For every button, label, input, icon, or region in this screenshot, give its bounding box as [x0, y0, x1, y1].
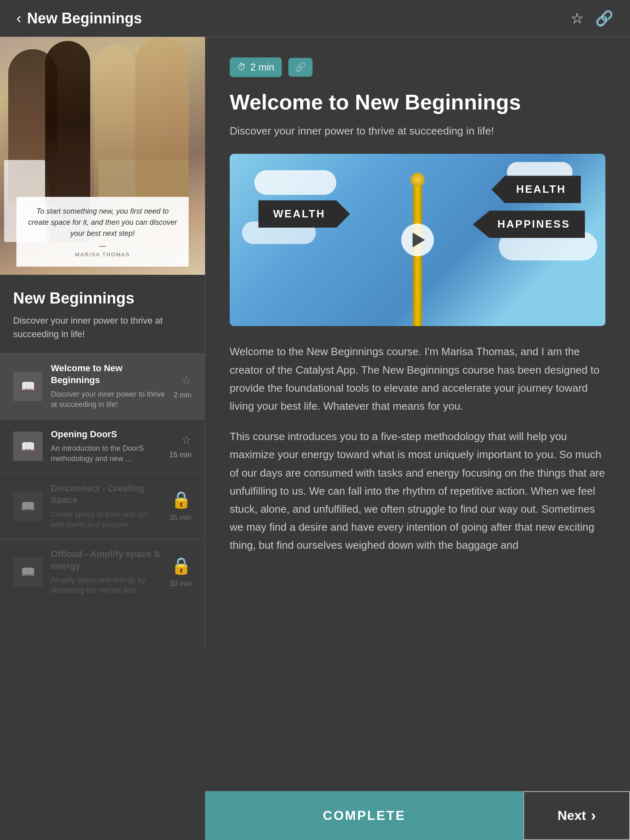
back-button[interactable]: ‹ [16, 10, 21, 27]
time-tag: ⏱ 2 min [230, 57, 282, 77]
header-title: New Beginnings [27, 10, 142, 27]
link-tag[interactable]: 🔗 [288, 58, 313, 77]
content-subtitle: Discover your inner power to thrive at s… [230, 123, 605, 139]
lesson-right: ☆ 15 min [169, 433, 192, 459]
lesson-info: Welcome to New Beginnings Discover your … [51, 363, 165, 410]
list-item[interactable]: 📖 Opening DoorS An introduction to the D… [0, 419, 205, 473]
next-button[interactable]: Next › [523, 791, 630, 840]
right-panel-scroll: ⏱ 2 min 🔗 Welcome to New Beginnings Disc… [230, 57, 605, 628]
health-sign: HEALTH [491, 176, 581, 203]
content-title: Welcome to New Beginnings [230, 89, 605, 115]
wealth-sign: WEALTH [258, 200, 350, 228]
lesson-right: 🔒 35 min [169, 490, 192, 522]
book-icon: 📖 [21, 379, 35, 393]
right-panel: ⏱ 2 min 🔗 Welcome to New Beginnings Disc… [205, 37, 630, 648]
lesson-description: Create space to think and act with clari… [51, 509, 161, 530]
next-chevron-icon: › [591, 807, 596, 824]
quote-dash: — [27, 242, 178, 250]
book-icon: 📖 [21, 440, 35, 453]
body-paragraph-2: This course introduces you to a five-ste… [230, 427, 605, 554]
tags-row: ⏱ 2 min 🔗 [230, 57, 605, 77]
course-main-title: New Beginnings [13, 290, 192, 307]
lesson-list: 📖 Welcome to New Beginnings Discover you… [0, 349, 205, 609]
time-label: 2 min [250, 62, 274, 73]
header-right: ☆ 🔗 [571, 10, 614, 27]
lesson-thumbnail: 📖 [13, 491, 43, 521]
complete-button[interactable]: COMPLETE [205, 791, 523, 840]
bookmark-icon[interactable]: ☆ [571, 10, 584, 27]
header-left: ‹ New Beginnings [16, 10, 142, 27]
star-icon[interactable]: ☆ [181, 373, 192, 387]
star-icon[interactable]: ☆ [181, 433, 192, 447]
book-icon: 📖 [21, 500, 35, 513]
lesson-title: Welcome to New Beginnings [51, 363, 165, 386]
course-subtitle: Discover your inner power to thrive at s… [13, 314, 192, 341]
book-icon: 📖 [21, 565, 35, 579]
lesson-thumbnail: 📖 [13, 431, 43, 461]
body-paragraph-1: Welcome to the New Beginnings course. I'… [230, 342, 605, 415]
list-item[interactable]: 📖 Offload - Amplify space & energy Ampli… [0, 539, 205, 605]
lesson-description: Amplify space and energy by discarding t… [51, 575, 161, 596]
lesson-duration: 30 min [169, 580, 192, 588]
left-panel: To start something new, you first need t… [0, 37, 205, 648]
lesson-description: Discover your inner power to thrive at s… [51, 389, 165, 410]
list-item[interactable]: 📖 Disconnect - Creating Space Create spa… [0, 473, 205, 539]
lock-icon: 🔒 [171, 490, 192, 509]
play-button[interactable] [401, 224, 434, 256]
quote-text: To start something new, you first need t… [27, 206, 178, 239]
lesson-duration: 2 min [173, 391, 192, 399]
content-body: Welcome to the New Beginnings course. I'… [230, 342, 605, 554]
lesson-title: Offload - Amplify space & energy [51, 548, 161, 572]
video-thumbnail[interactable]: WEALTH HEALTH HAPPINESS [230, 154, 605, 326]
quote-box: To start something new, you first need t… [16, 197, 189, 267]
link-icon[interactable]: 🔗 [595, 10, 614, 27]
lesson-thumbnail: 📖 [13, 372, 43, 401]
clock-icon: ⏱ [237, 62, 246, 73]
quote-author: MARISA THOMAS [27, 251, 178, 258]
lesson-thumbnail: 📖 [13, 557, 43, 587]
lesson-right: 🔒 30 min [169, 556, 192, 588]
lesson-description: An introduction to the DoorS methodology… [51, 443, 161, 464]
lesson-info: Opening DoorS An introduction to the Doo… [51, 429, 161, 464]
lesson-duration: 15 min [169, 451, 192, 459]
course-title-section: New Beginnings Discover your inner power… [0, 275, 205, 349]
play-triangle-icon [413, 233, 425, 247]
bottom-bar: COMPLETE Next › [205, 791, 630, 840]
lesson-title: Disconnect - Creating Space [51, 483, 161, 506]
next-label: Next [557, 808, 586, 823]
lesson-title: Opening DoorS [51, 429, 161, 441]
lesson-right: ☆ 2 min [173, 373, 192, 399]
lesson-info: Disconnect - Creating Space Create space… [51, 483, 161, 530]
lock-icon: 🔒 [171, 556, 192, 575]
list-item[interactable]: 📖 Welcome to New Beginnings Discover you… [0, 353, 205, 419]
happiness-sign: HAPPINESS [473, 210, 585, 238]
header: ‹ New Beginnings ☆ 🔗 [0, 0, 630, 37]
lesson-duration: 35 min [169, 514, 192, 522]
lesson-info: Offload - Amplify space & energy Amplify… [51, 548, 161, 596]
hero-image: To start something new, you first need t… [0, 37, 205, 275]
main-content: To start something new, you first need t… [0, 37, 630, 648]
